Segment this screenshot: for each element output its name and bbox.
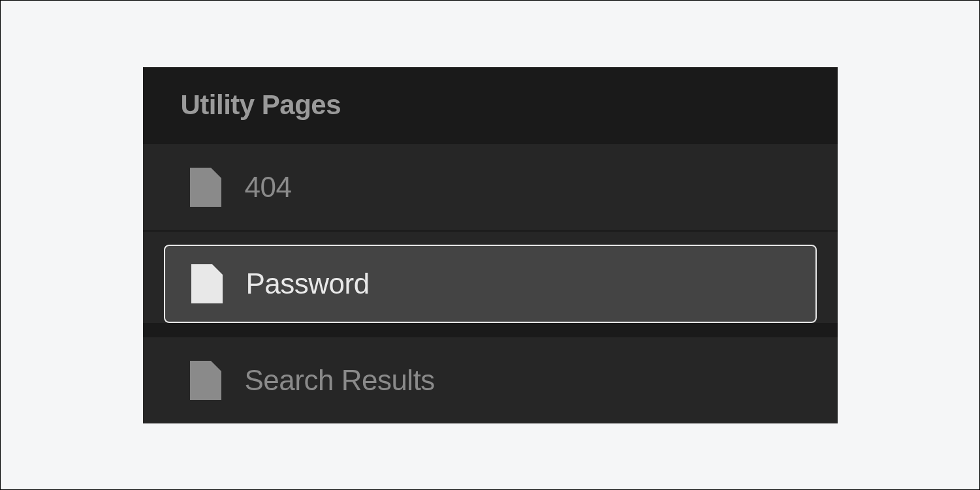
page-icon — [190, 361, 221, 400]
list-item-search-results[interactable]: Search Results — [143, 336, 838, 423]
list-item-password[interactable]: Password — [164, 245, 817, 323]
list-item-label: Password — [246, 268, 370, 300]
list-item-label: 404 — [245, 171, 292, 204]
utility-pages-panel: Utility Pages 404 Password Search Result… — [143, 67, 838, 423]
list-item-label: Search Results — [245, 364, 435, 397]
panel-title: Utility Pages — [181, 89, 805, 121]
page-icon — [191, 264, 223, 303]
list-item-404[interactable]: 404 — [143, 143, 838, 230]
panel-header: Utility Pages — [143, 67, 838, 143]
selected-wrapper: Password — [143, 230, 838, 323]
page-icon — [190, 168, 221, 207]
